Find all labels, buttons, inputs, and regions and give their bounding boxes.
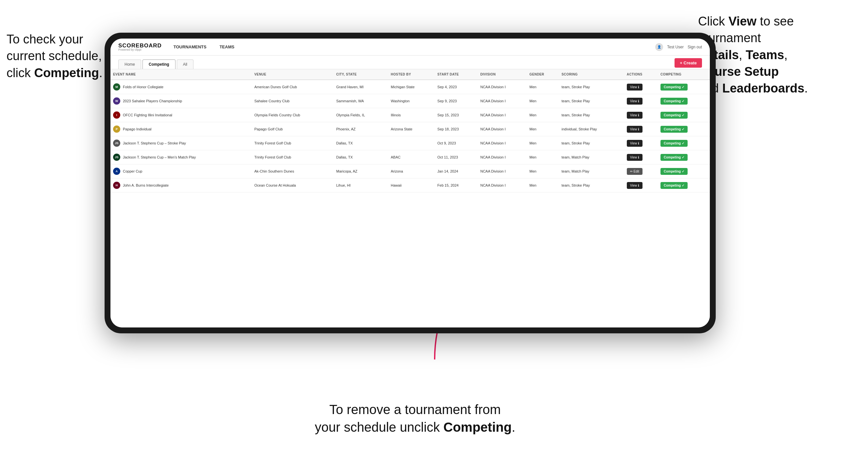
competing-button[interactable]: Competing ✓ [660, 98, 688, 104]
cell-venue: Trinity Forest Golf Club [252, 136, 333, 150]
cell-scoring: team, Stroke Play [559, 108, 624, 122]
cell-city-state: Olympia Fields, IL [334, 108, 388, 122]
cell-gender: Men [527, 122, 559, 136]
view-button[interactable]: View ℹ [627, 84, 643, 91]
cell-hosted-by: Arizona State [388, 122, 435, 136]
cell-city-state: Dallas, TX [334, 150, 388, 164]
cell-division: NCAA Division I [478, 80, 527, 94]
cell-gender: Men [527, 150, 559, 164]
table-row: I OFCC Fighting Illini Invitational Olym… [111, 108, 710, 122]
cell-event-name: I OFCC Fighting Illini Invitational [111, 108, 252, 122]
annotation-top-right: Click View to see tournament Details, Te… [698, 13, 862, 97]
view-button[interactable]: View ℹ [627, 182, 643, 189]
competing-button[interactable]: Competing ✓ [660, 182, 688, 189]
cell-start-date: Sep 4, 2023 [435, 80, 477, 94]
cell-hosted-by [388, 136, 435, 150]
cell-event-name: W 2023 Sahalee Players Championship [111, 94, 252, 108]
cell-scoring: team, Stroke Play [559, 80, 624, 94]
cell-start-date: Sep 15, 2023 [435, 108, 477, 122]
cell-start-date: Sep 18, 2023 [435, 122, 477, 136]
cell-city-state: Sammamish, WA [334, 94, 388, 108]
cell-competing: Competing ✓ [658, 179, 710, 192]
nav-teams[interactable]: TEAMS [218, 44, 236, 49]
cell-division: NCAA Division I [478, 136, 527, 150]
col-division: DIVISION [478, 69, 527, 80]
competing-button[interactable]: Competing ✓ [660, 84, 688, 91]
cell-division: NCAA Division I [478, 164, 527, 179]
col-scoring: SCORING [559, 69, 624, 80]
edit-button[interactable]: ✏ Edit [627, 168, 643, 175]
cell-competing: Competing ✓ [658, 94, 710, 108]
col-competing: COMPETING [658, 69, 710, 80]
create-button[interactable]: + Create [675, 58, 702, 68]
event-name-text: Papago Individual [123, 127, 151, 131]
cell-start-date: Oct 11, 2023 [435, 150, 477, 164]
col-event-name: EVENT NAME [111, 69, 252, 80]
cell-division: NCAA Division I [478, 108, 527, 122]
cell-event-name: JS Jackson T. Stephens Cup – Men's Match… [111, 150, 252, 164]
cell-competing: Competing ✓ [658, 164, 710, 179]
view-button[interactable]: View ℹ [627, 112, 643, 119]
cell-hosted-by: Illinois [388, 108, 435, 122]
view-button[interactable]: View ℹ [627, 140, 643, 147]
cell-scoring: team, Match Play [559, 150, 624, 164]
tab-home[interactable]: Home [118, 60, 141, 69]
cell-gender: Men [527, 164, 559, 179]
team-logo: H [113, 182, 120, 189]
competing-button[interactable]: Competing ✓ [660, 168, 688, 175]
cell-event-name: H John A. Burns Intercollegiate [111, 179, 252, 192]
team-logo: A [113, 168, 120, 175]
cell-scoring: team, Stroke Play [559, 136, 624, 150]
team-logo: P [113, 125, 120, 133]
table-header-row: EVENT NAME VENUE CITY, STATE HOSTED BY S… [111, 69, 710, 80]
tablet-frame: SCOREBOARD Powered by clippi TOURNAMENTS… [104, 33, 716, 333]
cell-start-date: Jan 14, 2024 [435, 164, 477, 179]
cell-gender: Men [527, 80, 559, 94]
app-header: SCOREBOARD Powered by clippi TOURNAMENTS… [111, 38, 710, 56]
header-right: 👤 Test User Sign out [655, 43, 702, 51]
sign-out-link[interactable]: Sign out [688, 45, 702, 49]
cell-city-state: Phoenix, AZ [334, 122, 388, 136]
tab-all[interactable]: All [177, 60, 193, 69]
cell-venue: American Dunes Golf Club [252, 80, 333, 94]
cell-hosted-by: Hawaii [388, 179, 435, 192]
cell-actions: View ℹ [624, 136, 658, 150]
col-start-date: START DATE [435, 69, 477, 80]
cell-event-name: P Papago Individual [111, 122, 252, 136]
event-name-text: Jackson T. Stephens Cup – Men's Match Pl… [123, 155, 196, 159]
cell-actions: View ℹ [624, 179, 658, 192]
team-logo: JS [113, 154, 120, 161]
view-button[interactable]: View ℹ [627, 126, 643, 133]
cell-competing: Competing ✓ [658, 108, 710, 122]
cell-venue: Ocean Course At Hokuala [252, 179, 333, 192]
cell-hosted-by: Arizona [388, 164, 435, 179]
cell-gender: Men [527, 108, 559, 122]
cell-competing: Competing ✓ [658, 150, 710, 164]
col-gender: GENDER [527, 69, 559, 80]
event-name-text: Copper Cup [123, 169, 142, 173]
cell-competing: Competing ✓ [658, 136, 710, 150]
tab-competing[interactable]: Competing [143, 60, 176, 69]
cell-actions: ✏ Edit [624, 164, 658, 179]
cell-gender: Men [527, 94, 559, 108]
col-venue: VENUE [252, 69, 333, 80]
scoreboard-sub: Powered by clippi [118, 49, 162, 51]
competing-button[interactable]: Competing ✓ [660, 126, 688, 133]
view-button[interactable]: View ℹ [627, 154, 643, 161]
table-row: A Copper Cup Ak-Chin Southern DunesMaric… [111, 164, 710, 179]
cell-gender: Men [527, 136, 559, 150]
competing-button[interactable]: Competing ✓ [660, 154, 688, 161]
event-name-text: Jackson T. Stephens Cup – Stroke Play [123, 141, 186, 145]
view-button[interactable]: View ℹ [627, 98, 643, 104]
nav-tournaments[interactable]: TOURNAMENTS [172, 44, 208, 49]
cell-competing: Competing ✓ [658, 122, 710, 136]
cell-event-name: M Folds of Honor Collegiate [111, 80, 252, 94]
competing-button[interactable]: Competing ✓ [660, 140, 688, 147]
cell-division: NCAA Division I [478, 122, 527, 136]
cell-scoring: team, Match Play [559, 164, 624, 179]
competing-button[interactable]: Competing ✓ [660, 112, 688, 119]
team-logo: W [113, 97, 120, 104]
cell-hosted-by: Michigan State [388, 80, 435, 94]
table-row: P Papago Individual Papago Golf ClubPhoe… [111, 122, 710, 136]
cell-venue: Trinity Forest Golf Club [252, 150, 333, 164]
